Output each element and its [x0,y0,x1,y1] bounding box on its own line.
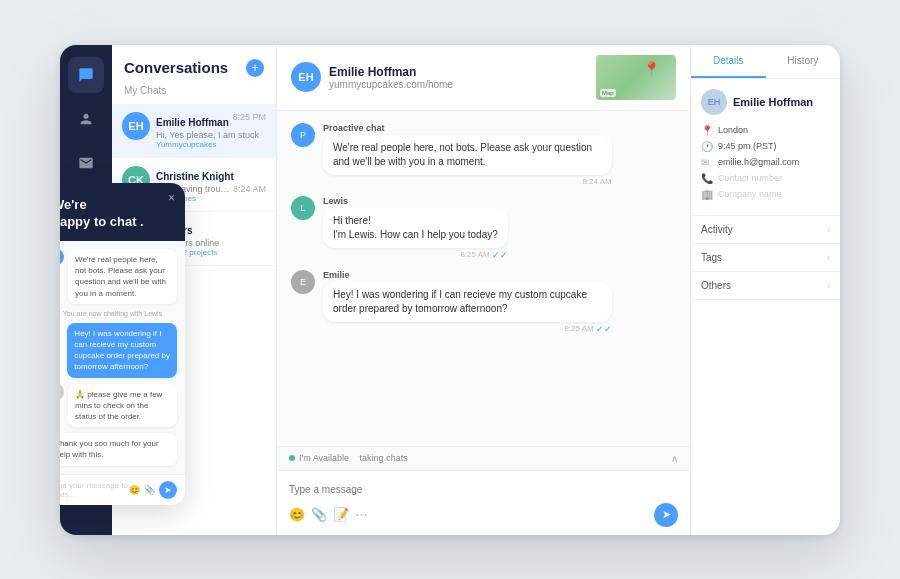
widget-input-placeholder: Send your message to Lewis... [60,481,129,499]
detail-phone: 📞 Contact number [701,173,830,184]
chat-user-name: Emilie Hoffman [329,65,453,79]
widget-msg-user: Hey! I was wondering if I can recieve my… [67,323,177,378]
conv-item-emilie[interactable]: EH Emilie Hoffman 8:25 PM Hi, Yes please… [112,104,276,158]
chat-user-info: EH Emilie Hoffman yummycupcakes.com/home [291,62,453,92]
status-bar: I'm Available taking chats ∧ [277,446,690,470]
chat-widget: × We'rehappy to chat . B We're real peop… [60,183,185,504]
detail-time-text: 9:45 pm (PST) [718,141,777,151]
detail-location: 📍 London [701,125,830,136]
widget-msg-thanks: Thank you soo much for your help with th… [60,433,177,465]
map-thumbnail: 📍 Map [596,55,676,100]
conv-preview-emilie: Hi, Yes please, I am stuck [156,130,266,140]
widget-agent-avatar: L [60,384,64,400]
message-row-emilie: E Emilie Hey! I was wondering if I can r… [291,270,676,334]
sidebar-chat-icon[interactable] [68,57,104,93]
detail-phone-text: Contact number [718,173,782,183]
status-sub: taking chats [360,453,408,463]
emoji-icon[interactable]: 😊 [289,507,305,522]
conv-title: Conversations [124,59,228,76]
map-label: Map [600,89,616,97]
read-check-lewis: ✓✓ [492,250,508,260]
message-row-proactive: P Proactive chat We're real people here,… [291,123,676,186]
chat-main: EH Emilie Hoffman yummycupcakes.com/home… [277,45,690,535]
conv-name-christine: Christine Knight [156,171,234,182]
attachment-icon[interactable]: 📎 [311,507,327,522]
widget-msg-bot: B We're real people here, not bots. Plea… [60,249,177,304]
read-check-emilie: ✓✓ [596,324,612,334]
msg-avatar-proactive: P [291,123,315,147]
msg-bubble-proactive: We're real people here, not bots. Please… [323,135,612,175]
widget-msg-text-bot: We're real people here, not bots. Please… [68,249,177,304]
widget-send-button[interactable]: ➤ [159,481,177,499]
conv-header: Conversations + [112,45,276,85]
chat-topbar: EH Emilie Hoffman yummycupcakes.com/home… [277,45,690,111]
status-toggle[interactable]: I'm Available taking chats [289,453,408,463]
panel-user-avatar: EH [701,89,727,115]
widget-system-msg: You are now chatting with Lewis [60,310,177,317]
msg-bubble-lewis: Hi there!I'm Lewis. How can I help you t… [323,208,508,248]
section-tags-label: Tags [701,252,722,263]
more-options-icon[interactable]: ⋯ [355,507,368,522]
conv-name-emilie: Emilie Hoffman [156,117,229,128]
msg-bubble-emilie: Hey! I was wondering if I can recieve my… [323,282,612,322]
detail-time: 🕐 9:45 pm (PST) [701,141,830,152]
chevron-others-icon: › [827,280,830,291]
chevron-activity-icon: › [827,224,830,235]
panel-user-section: EH Emilie Hoffman 📍 London 🕐 9:45 pm (PS… [691,79,840,216]
conv-time-christine: 8:24 AM [233,184,266,194]
status-dot [289,455,295,461]
detail-company: 🏢 Company name [701,189,830,200]
email-icon: ✉ [701,157,713,168]
panel-section-activity[interactable]: Activity › [691,216,840,244]
widget-title: We'rehappy to chat . [60,197,173,231]
tab-history[interactable]: History [766,45,841,78]
detail-email: ✉ emilie.h@gmail.com [701,157,830,168]
chat-input-actions: 😊 📎 📝 ⋯ ➤ [289,497,678,527]
msg-time-emilie: 8:25 AM ✓✓ [323,324,612,334]
msg-sender-lewis: Lewis [323,196,508,206]
map-pin-icon: 📍 [643,61,660,77]
msg-sender-emilie: Emilie [323,270,612,280]
widget-close-button[interactable]: × [168,191,175,205]
tab-details[interactable]: Details [691,45,766,78]
detail-company-text: Company name [718,189,782,199]
chat-message-input[interactable] [289,484,678,495]
detail-email-text: emilie.h@gmail.com [718,157,799,167]
status-label: I'm Available [299,453,349,463]
conv-subtitle: My Chats [112,85,276,104]
widget-emoji-icon[interactable]: 😊 [129,485,140,495]
panel-tabs: Details History [691,45,840,79]
msg-avatar-lewis: L [291,196,315,220]
conv-time-emilie: 8:25 PM [232,112,266,122]
phone-icon: 📞 [701,173,713,184]
panel-section-others[interactable]: Others › [691,272,840,300]
laptop-frame: Conversations + My Chats EH Emilie Hoffm… [60,45,840,535]
panel-user-row: EH Emilie Hoffman [701,89,830,115]
sidebar-contacts-icon[interactable] [68,101,104,137]
chat-user-avatar: EH [291,62,321,92]
message-row-lewis: L Lewis Hi there!I'm Lewis. How can I he… [291,196,676,260]
widget-attach-icon[interactable]: 📎 [144,485,155,495]
company-icon: 🏢 [701,189,713,200]
msg-avatar-emilie-chat: E [291,270,315,294]
sidebar-inbox-icon[interactable] [68,145,104,181]
status-chevron-icon[interactable]: ∧ [671,453,678,464]
avatar-emilie: EH [122,112,150,140]
widget-input-icons: 😊 📎 ➤ [129,481,177,499]
location-icon: 📍 [701,125,713,136]
send-message-button[interactable]: ➤ [654,503,678,527]
section-activity-label: Activity [701,224,733,235]
widget-msg-text-reply: 🙏 please give me a few mins to check on … [68,384,177,428]
section-others-label: Others [701,280,731,291]
widget-input-area: Send your message to Lewis... 😊 📎 ➤ [60,474,185,505]
msg-time-lewis: 8:25 AM ✓✓ [323,250,508,260]
chat-messages: P Proactive chat We're real people here,… [277,111,690,446]
note-icon[interactable]: 📝 [333,507,349,522]
widget-messages: B We're real people here, not bots. Plea… [60,241,185,473]
widget-msg-bot-reply: L 🙏 please give me a few mins to check o… [60,384,177,428]
new-conv-icon[interactable]: + [246,59,264,77]
detail-location-text: London [718,125,748,135]
panel-section-tags[interactable]: Tags › [691,244,840,272]
chat-input-area: 😊 📎 📝 ⋯ ➤ [277,470,690,535]
widget-bot-avatar: B [60,249,64,265]
